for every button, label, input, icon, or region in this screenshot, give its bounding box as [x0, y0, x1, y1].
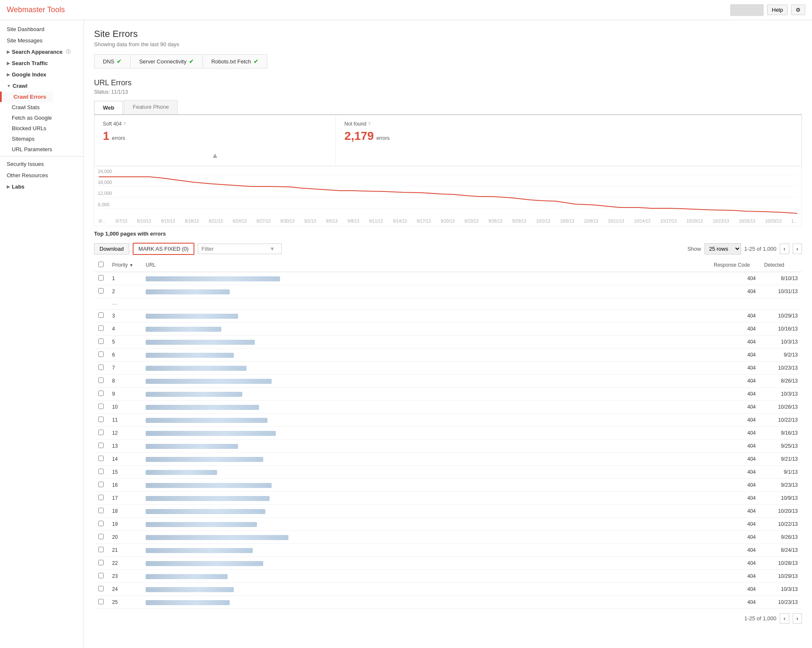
sidebar-item-other-resources[interactable]: Other Resources [0, 170, 84, 181]
row-checkbox[interactable] [98, 288, 104, 294]
blurred-url-text[interactable] [146, 496, 270, 501]
blurred-url-text[interactable] [146, 470, 217, 475]
row-checkbox[interactable] [98, 599, 104, 604]
soft404-help-icon[interactable]: ? [123, 121, 126, 126]
row-checkbox[interactable] [98, 456, 104, 461]
sidebar-section-search-traffic[interactable]: ▶ Search Traffic [0, 58, 84, 69]
blurred-url-text[interactable] [146, 587, 234, 592]
row-checkbox[interactable] [98, 378, 104, 383]
row-checkbox[interactable] [98, 312, 104, 318]
rows-per-page-select[interactable]: 25 rows 50 rows 100 rows [705, 243, 741, 254]
sidebar-item-fetch-as-google[interactable]: Fetch as Google [0, 113, 84, 123]
row-checkbox[interactable] [98, 404, 104, 409]
row-checkbox[interactable] [98, 469, 104, 474]
chart-y-24000: 24,000 [98, 169, 112, 174]
row-checkbox-cell [94, 401, 108, 414]
blurred-url-text[interactable] [146, 353, 234, 358]
row-checkbox[interactable] [98, 573, 104, 578]
sidebar-item-site-messages[interactable]: Site Messages [0, 35, 84, 46]
table-row: 19 404 10/22/13 [94, 518, 802, 531]
row-checkbox[interactable] [98, 365, 104, 370]
row-checkbox[interactable] [98, 521, 104, 526]
dns-check-icon: ✔ [117, 58, 122, 65]
blurred-url-text[interactable] [146, 561, 263, 566]
not-found-help-icon[interactable]: ? [368, 121, 370, 126]
row-checkbox[interactable] [98, 508, 104, 513]
blurred-url-text[interactable] [146, 574, 228, 579]
row-detected: 10/3/13 [760, 388, 802, 401]
blurred-url-text[interactable] [146, 392, 242, 397]
row-checkbox[interactable] [98, 547, 104, 552]
prev-page-button[interactable]: ‹ [780, 244, 789, 254]
mark-as-fixed-button[interactable]: MARK AS FIXED (0) [133, 243, 194, 255]
blurred-url-text[interactable] [146, 483, 272, 488]
row-checkbox[interactable] [98, 417, 104, 422]
blurred-url-text[interactable] [146, 457, 263, 462]
select-all-checkbox[interactable] [98, 262, 104, 267]
row-priority: 10 [108, 401, 141, 414]
row-checkbox[interactable] [98, 534, 104, 539]
row-checkbox[interactable] [98, 275, 104, 281]
row-priority: 23 [108, 570, 141, 583]
help-button[interactable]: Help [767, 5, 788, 15]
next-page-button[interactable]: › [793, 244, 802, 254]
status-tab-dns[interactable]: DNS ✔ [94, 54, 130, 68]
blurred-url-text[interactable] [146, 600, 230, 605]
blurred-url-text[interactable] [146, 366, 246, 371]
row-checkbox[interactable] [98, 391, 104, 396]
download-button[interactable]: Download [94, 243, 129, 254]
dns-label: DNS [103, 58, 114, 65]
sidebar-item-sitemaps[interactable]: Sitemaps [0, 134, 84, 144]
settings-button[interactable]: ⚙ [791, 5, 805, 15]
row-checkbox[interactable] [98, 482, 104, 487]
tab-web[interactable]: Web [94, 101, 123, 115]
blurred-url-text[interactable] [146, 276, 280, 281]
row-checkbox[interactable] [98, 495, 104, 500]
row-checkbox[interactable] [98, 352, 104, 357]
show-label: Show [687, 246, 701, 252]
blurred-url-text[interactable] [146, 327, 221, 332]
bottom-prev-button[interactable]: ‹ [780, 613, 789, 624]
sidebar-section-labs[interactable]: ▶ Labs [0, 181, 84, 192]
bottom-next-button[interactable]: › [793, 613, 802, 624]
row-checkbox-cell [94, 466, 108, 479]
row-priority: 14 [108, 453, 141, 466]
col-header-priority[interactable]: Priority ▼ [108, 258, 141, 272]
blurred-url-text[interactable] [146, 340, 255, 345]
status-tab-robots-fetch[interactable]: Robots.txt Fetch ✔ [203, 54, 267, 68]
blurred-url-text[interactable] [146, 444, 238, 449]
sidebar-item-crawl-errors[interactable]: Crawl Errors [0, 92, 53, 102]
blurred-url-text[interactable] [146, 379, 272, 384]
blurred-url-text[interactable] [146, 314, 238, 319]
blurred-url-text[interactable] [146, 418, 267, 423]
blurred-url-text[interactable] [146, 548, 253, 553]
toolbar-right: Show 25 rows 50 rows 100 rows 1-25 of 1,… [687, 243, 802, 254]
blurred-url-text[interactable] [146, 522, 257, 527]
row-checkbox[interactable] [98, 325, 104, 331]
soft404-label: Soft 404 [103, 121, 122, 127]
blurred-url-text[interactable] [146, 405, 259, 410]
sidebar-item-crawl-stats[interactable]: Crawl Stats [0, 102, 84, 113]
tab-feature-phone[interactable]: Feature Phone [124, 100, 178, 114]
row-checkbox[interactable] [98, 586, 104, 591]
sidebar-item-blocked-urls[interactable]: Blocked URLs [0, 123, 84, 134]
status-tab-server-connectivity[interactable]: Server Connectivity ✔ [130, 54, 203, 68]
sidebar-item-security-issues[interactable]: Security Issues [0, 158, 84, 170]
row-checkbox[interactable] [98, 443, 104, 448]
sidebar-section-crawl[interactable]: ▼ Crawl [0, 80, 84, 92]
blurred-url-text[interactable] [146, 509, 265, 514]
sidebar-item-site-dashboard[interactable]: Site Dashboard [0, 24, 84, 35]
row-response-code: 404 [710, 440, 760, 453]
row-checkbox[interactable] [98, 338, 104, 344]
blurred-url-text[interactable] [146, 535, 288, 540]
filter-input[interactable] [202, 246, 270, 252]
row-checkbox[interactable] [98, 430, 104, 435]
sidebar-section-search-appearance[interactable]: ▶ Search Appearance ⓘ [0, 46, 84, 58]
row-response-code: 404 [710, 349, 760, 362]
sidebar-section-google-index[interactable]: ▶ Google Index [0, 69, 84, 80]
blurred-url-text[interactable] [146, 289, 230, 294]
row-checkbox[interactable] [98, 560, 104, 565]
row-response-code: 404 [710, 427, 760, 440]
blurred-url-text[interactable] [146, 431, 276, 436]
sidebar-item-url-parameters[interactable]: URL Parameters [0, 144, 84, 155]
